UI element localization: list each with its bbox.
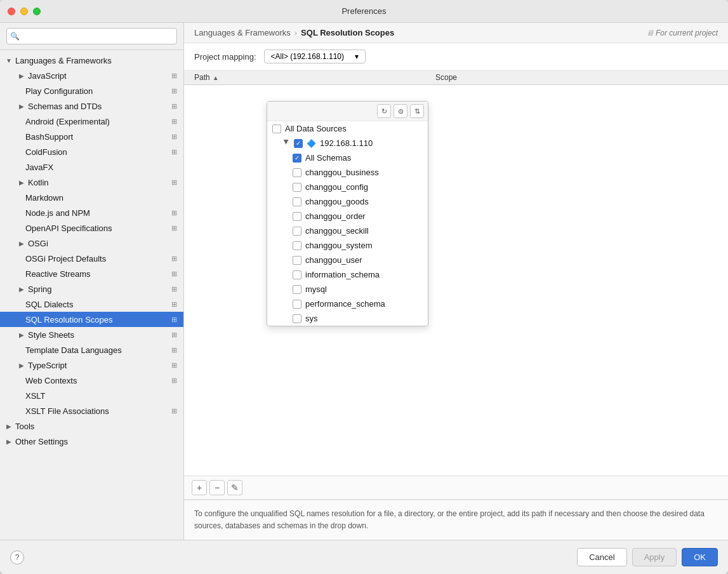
dropdown-item-changgou-system[interactable]: changgou_system: [267, 238, 428, 253]
sidebar-item-android[interactable]: Android (Experimental) ⊞: [0, 114, 183, 129]
sidebar-item-style-sheets[interactable]: ▶ Style Sheets ⊞: [0, 327, 183, 342]
sidebar-item-languages-frameworks[interactable]: ▼ Languages & Frameworks: [0, 53, 183, 68]
sidebar-item-kotlin[interactable]: ▶ Kotlin ⊞: [0, 175, 183, 190]
chevron-down-icon: ▾: [355, 52, 359, 61]
dropdown-item-all-data-sources[interactable]: All Data Sources: [267, 121, 428, 136]
sidebar-item-sql-dialects[interactable]: SQL Dialects ⊞: [0, 297, 183, 312]
sidebar-item-xslt-file-assoc[interactable]: XSLT File Associations ⊞: [0, 403, 183, 418]
remove-row-button[interactable]: −: [209, 480, 225, 495]
dropdown-item-label: All Data Sources: [285, 124, 347, 133]
close-button[interactable]: [8, 8, 15, 15]
chevron-right-icon: ▶: [18, 239, 25, 247]
sidebar-item-spring[interactable]: ▶ Spring ⊞: [0, 281, 183, 297]
mysql-checkbox[interactable]: [293, 285, 301, 294]
sidebar-item-nodejs[interactable]: Node.js and NPM ⊞: [0, 205, 183, 220]
sidebar-item-schemas-dtds[interactable]: ▶ Schemas and DTDs ⊞: [0, 98, 183, 114]
breadcrumb-separator: ›: [295, 28, 297, 37]
col-path-header: Path ▲: [194, 73, 435, 82]
sidebar-item-tools[interactable]: ▶ Tools: [0, 418, 183, 434]
chevron-right-icon: ▶: [18, 361, 25, 369]
dropdown-item-192-host[interactable]: ▶ 🔷 192.168.1.110: [267, 136, 428, 150]
dropdown-item-information-schema[interactable]: information_schema: [267, 267, 428, 282]
changgou-config-checkbox[interactable]: [293, 183, 301, 192]
sidebar-item-other-settings[interactable]: ▶ Other Settings: [0, 434, 183, 449]
sidebar-item-javafx[interactable]: JavaFX: [0, 159, 183, 175]
changgou-goods-checkbox[interactable]: [293, 197, 301, 206]
all-schemas-checkbox[interactable]: [293, 154, 301, 163]
sidebar-item-label: OpenAPI Specifications: [25, 224, 112, 233]
dropdown-item-label: sys: [305, 314, 318, 323]
changgou-system-checkbox[interactable]: [293, 241, 301, 250]
edit-row-button[interactable]: ✎: [227, 480, 242, 495]
sidebar-item-label: Play Configuration: [25, 86, 93, 96]
dropdown-item-label: changgou_order: [305, 211, 366, 221]
dropdown-item-changgou-seckill[interactable]: changgou_seckill: [267, 224, 428, 238]
sidebar-item-label: Node.js and NPM: [25, 208, 90, 218]
maximize-button[interactable]: [33, 8, 41, 15]
sidebar-item-web-contexts[interactable]: Web Contexts ⊞: [0, 373, 183, 388]
sidebar: 🔍 ▼ Languages & Frameworks ▶ JavaScript …: [0, 23, 184, 540]
settings-icon: ⊞: [171, 87, 177, 95]
filter-button[interactable]: ⊜: [394, 104, 407, 118]
sidebar-item-osgi[interactable]: ▶ OSGi: [0, 236, 183, 251]
changgou-user-checkbox[interactable]: [293, 256, 301, 265]
sidebar-item-label: OSGi Project Defaults: [25, 254, 106, 264]
add-row-button[interactable]: +: [192, 480, 207, 495]
dropdown-item-changgou-order[interactable]: changgou_order: [267, 209, 428, 224]
sidebar-item-osgi-defaults[interactable]: OSGi Project Defaults ⊞: [0, 251, 183, 266]
dropdown-item-changgou-user[interactable]: changgou_user: [267, 253, 428, 267]
sidebar-item-typescript[interactable]: ▶ TypeScript ⊞: [0, 357, 183, 373]
settings-icon: ⊞: [171, 331, 177, 339]
host-checkbox[interactable]: [294, 139, 303, 148]
all-data-sources-checkbox[interactable]: [272, 124, 281, 133]
project-mapping-dropdown[interactable]: <All> (192.168.1.110) ▾: [264, 50, 366, 63]
sidebar-item-sql-resolution-scopes[interactable]: SQL Resolution Scopes ⊞: [0, 312, 183, 327]
sidebar-item-markdown[interactable]: Markdown: [0, 190, 183, 205]
performance-schema-checkbox[interactable]: [293, 300, 301, 309]
sort-asc-icon: ▲: [213, 74, 219, 81]
sidebar-item-reactive-streams[interactable]: Reactive Streams ⊞: [0, 266, 183, 281]
sidebar-item-label: ColdFusion: [25, 147, 67, 157]
chevron-right-icon: ▶: [18, 178, 25, 186]
dropdown-item-changgou-config[interactable]: changgou_config: [267, 180, 428, 194]
cancel-button[interactable]: Cancel: [577, 548, 626, 566]
database-icon: 🔷: [307, 139, 316, 148]
sidebar-item-template-data-languages[interactable]: Template Data Languages ⊞: [0, 342, 183, 357]
chevron-right-icon: ▶: [5, 422, 13, 430]
sidebar-item-xslt[interactable]: XSLT: [0, 388, 183, 403]
sort-button[interactable]: ⇅: [410, 104, 424, 118]
dropdown-item-label: changgou_user: [305, 255, 362, 265]
main-body: Project mapping: <All> (192.168.1.110) ▾…: [184, 43, 728, 540]
apply-button[interactable]: Apply: [632, 548, 677, 566]
dropdown-item-sys[interactable]: sys: [267, 311, 428, 326]
sidebar-item-bashsupport[interactable]: BashSupport ⊞: [0, 129, 183, 144]
search-input[interactable]: [6, 28, 177, 44]
breadcrumb-parent: Languages & Frameworks: [194, 28, 291, 37]
information-schema-checkbox[interactable]: [293, 270, 301, 279]
table-toolbar: + − ✎: [184, 476, 728, 500]
dropdown-item-mysql[interactable]: mysql: [267, 282, 428, 297]
sidebar-item-coldfusion[interactable]: ColdFusion ⊞: [0, 144, 183, 159]
dropdown-item-changgou-goods[interactable]: changgou_goods: [267, 194, 428, 209]
dropdown-item-performance-schema[interactable]: performance_schema: [267, 297, 428, 311]
refresh-button[interactable]: ↻: [377, 104, 391, 118]
expand-arrow-icon: ▶: [283, 140, 290, 147]
help-button[interactable]: ?: [10, 551, 24, 564]
changgou-business-checkbox[interactable]: [293, 168, 301, 177]
minimize-button[interactable]: [20, 8, 28, 15]
dropdown-item-changgou-business[interactable]: changgou_business: [267, 165, 428, 180]
sidebar-item-label: JavaFX: [25, 163, 53, 172]
sidebar-item-javascript[interactable]: ▶ JavaScript ⊞: [0, 68, 183, 83]
sidebar-item-label: Android (Experimental): [25, 117, 110, 126]
dropdown-item-all-schemas[interactable]: All Schemas: [267, 150, 428, 165]
settings-icon: ⊞: [171, 133, 177, 141]
changgou-seckill-checkbox[interactable]: [293, 227, 301, 236]
settings-icon: ⊞: [171, 224, 177, 232]
changgou-order-checkbox[interactable]: [293, 212, 301, 221]
sidebar-item-play-configuration[interactable]: Play Configuration ⊞: [0, 83, 183, 98]
sys-checkbox[interactable]: [293, 314, 301, 323]
sidebar-item-openapi[interactable]: OpenAPI Specifications ⊞: [0, 220, 183, 236]
dropdown-item-label: mysql: [305, 284, 327, 294]
settings-icon: ⊞: [171, 285, 177, 293]
ok-button[interactable]: OK: [682, 548, 718, 566]
